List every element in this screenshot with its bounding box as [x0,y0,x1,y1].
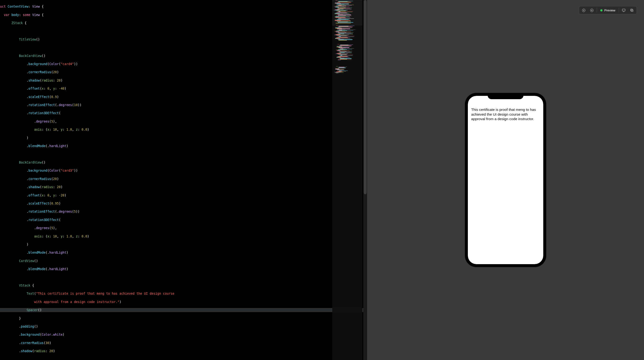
call-backcardview-1: BackCardView [19,54,42,58]
mod-cornerradius-3: cornerRadius [21,341,44,345]
num-10b: 10 [53,128,57,131]
prop-body: body [12,13,19,17]
preview-content: This certificate is proof that meng to h… [468,96,543,264]
str-cert-a: "This certificate is proof that meng to … [36,292,176,295]
toolbar-separator-2 [619,8,619,13]
arg-axis-2: axis [34,235,42,238]
mod-rotation-2: rotationEffect [28,210,55,213]
certificate-text: This certificate is proof that meng to h… [471,107,540,121]
num-09: 0.9 [51,95,57,99]
target-circle-icon [590,8,594,12]
mod-shadow-3: shadow [21,349,32,353]
mod-cornerradius: cornerRadius [28,70,51,74]
num-m40: -40 [59,87,64,90]
arg-radius-2: radius [42,185,53,189]
kw-var: var [4,13,10,17]
kw-some: some [23,13,30,17]
selectable-button[interactable] [588,7,595,13]
variants-button[interactable] [628,7,635,13]
num-5b: 5 [74,210,76,213]
mod-offset-2: offset [28,193,40,197]
preview-toolbar: Preview [579,6,637,14]
play-circle-icon [582,8,586,12]
type-color: Color [49,62,59,66]
vertical-scrollbar[interactable] [363,0,367,360]
enum-degrees-c: degrees [59,210,72,213]
arg-radius: radius [42,79,53,82]
num-10c: 10 [53,235,57,238]
preview-label: Preview [604,8,615,12]
device-frame: This certificate is proof that meng to h… [465,93,546,267]
num-1p0: 1.0 [66,128,72,131]
enum-degrees: degrees [59,103,72,107]
enum-degrees-b: degrees [36,120,50,123]
num-m20: -20 [59,193,64,197]
display-icon [622,8,626,12]
num-0p0b: 0.0 [82,235,87,238]
num-30: 30 [46,341,50,345]
mod-shadow-2: shadow [28,185,40,189]
kw-struct: uct [0,5,6,8]
mod-background-3: background [21,333,40,336]
scroll-thumb[interactable] [364,0,367,194]
enum-white: white [53,333,62,336]
num-20e: 20 [49,349,53,353]
call-vstack: VStack [19,284,30,287]
code-area[interactable]: uct ContentView: View { var body: some V… [0,0,367,360]
call-titleview: TitleView [19,38,36,41]
type-view: View [32,5,40,8]
call-backcardview-2: BackCardView [19,161,42,164]
type-contentview: ContentView [8,5,28,8]
status-dot-icon [600,9,602,11]
svg-point-3 [592,10,592,11]
mod-rotation3d-2: rotation3DEffect [28,218,59,222]
num-095: 0.95 [51,202,59,205]
duplicate-plus-icon [630,8,634,12]
app-root: uct ContentView: View { var body: some V… [0,0,644,360]
code-editor-pane[interactable]: uct ContentView: View { var body: some V… [0,0,367,360]
mod-blend-3: blendMode [28,267,45,271]
mod-shadow: shadow [28,79,40,82]
mod-offset: offset [28,87,40,90]
num-0p0: 0.0 [82,128,87,131]
svg-rect-4 [622,9,625,11]
mod-blend: blendMode [28,144,45,148]
mod-background: background [28,62,47,66]
enum-hardlight-2: hardLight [49,251,66,254]
enum-degrees-d: degrees [36,226,50,230]
num-20d: 20 [57,185,61,189]
toolbar-separator [597,8,597,13]
highlighted-line: Spacer() [0,308,367,312]
mod-rotation3d: rotation3DEffect [28,111,59,115]
str-card3: "card3" [61,169,74,172]
call-zstack: ZStack [12,21,23,25]
arg-y2: y [61,128,62,131]
enum-hardlight: hardLight [49,144,66,148]
mod-scale-2: scaleEffect [28,202,49,205]
mod-padding: padding [21,325,34,328]
canvas-pane[interactable]: Preview This certificate is proof that m… [367,0,644,360]
minimap[interactable] [332,0,362,360]
call-text: Text [26,292,34,295]
str-card4: "card4" [61,62,74,66]
num-20: 20 [53,70,57,74]
arg-z: z [76,128,78,131]
str-cert-b: with approval from a design code instruc… [34,300,119,304]
type-view-2: View [32,13,40,17]
mod-blend-2: blendMode [28,251,45,254]
preview-status-pill[interactable]: Preview [598,7,617,13]
num-0b: 0 [48,193,50,197]
call-cardview: CardView [19,259,34,263]
arg-x3: x [42,193,44,197]
mod-rotation: rotationEffect [28,103,55,107]
mod-scale: scaleEffect [28,95,49,99]
svg-marker-1 [584,10,584,11]
arg-axis: axis [34,128,42,131]
live-preview-button[interactable] [580,7,587,13]
device-settings-button[interactable] [620,7,627,13]
num-20c: 20 [53,177,57,181]
mod-cornerradius-2: cornerRadius [28,177,51,181]
arg-z2: z [76,235,78,238]
enum-hardlight-3: hardLight [49,267,66,271]
num-1p0b: 1.0 [66,235,72,238]
